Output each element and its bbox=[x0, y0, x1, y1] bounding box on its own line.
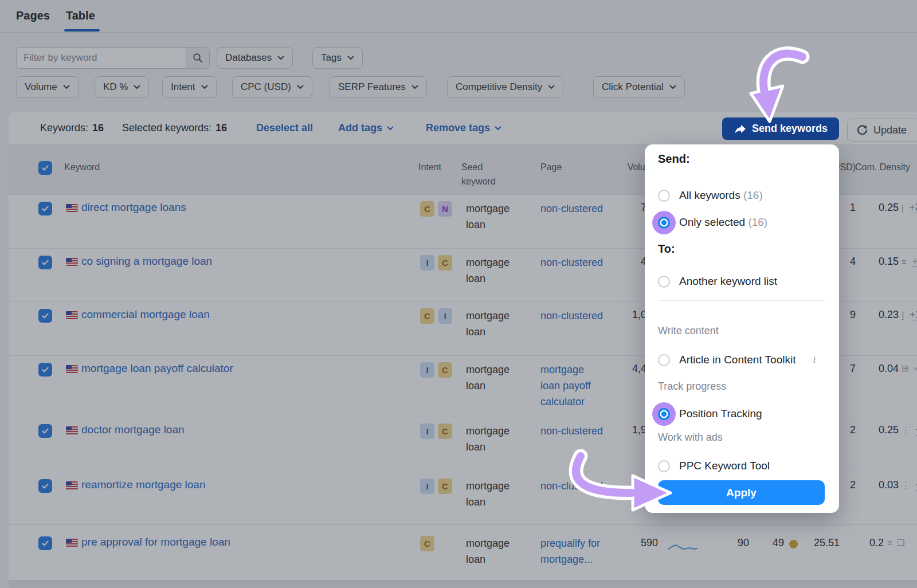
apply-button[interactable]: Apply bbox=[658, 480, 825, 505]
radio-unselected[interactable] bbox=[658, 276, 670, 288]
panel-divider bbox=[658, 300, 825, 301]
section-track-progress: Track progress bbox=[658, 381, 726, 393]
keyword-table-screen: Pages Table Databases Tags Volume KD % I… bbox=[0, 0, 917, 588]
option-only-selected[interactable]: Only selected (16) bbox=[658, 214, 767, 230]
send-keywords-label: Send keywords bbox=[752, 123, 828, 135]
panel-to-title: To: bbox=[658, 242, 675, 256]
panel-send-title: Send: bbox=[658, 152, 690, 166]
section-write-content: Write content bbox=[658, 325, 719, 337]
info-icon[interactable]: i bbox=[813, 354, 816, 366]
option-another-keyword-list[interactable]: Another keyword list bbox=[658, 273, 777, 289]
option-article-content-toolkit[interactable]: Article in Content Toolkit i bbox=[658, 352, 816, 368]
section-work-with-ads: Work with ads bbox=[658, 432, 723, 444]
send-keywords-panel: Send: All keywords (16) Only selected (1… bbox=[645, 144, 839, 513]
radio-selected[interactable] bbox=[658, 217, 670, 229]
send-keywords-button[interactable]: Send keywords bbox=[722, 117, 839, 140]
option-ppc-keyword-tool[interactable]: PPC Keyword Tool bbox=[658, 458, 770, 474]
option-all-keywords[interactable]: All keywords (16) bbox=[658, 187, 763, 203]
radio-selected[interactable] bbox=[658, 408, 670, 420]
radio-unselected[interactable] bbox=[658, 354, 670, 366]
share-forward-icon bbox=[734, 124, 746, 134]
radio-unselected[interactable] bbox=[658, 460, 670, 472]
radio-unselected[interactable] bbox=[658, 190, 670, 202]
option-position-tracking[interactable]: Position Tracking bbox=[658, 406, 762, 422]
